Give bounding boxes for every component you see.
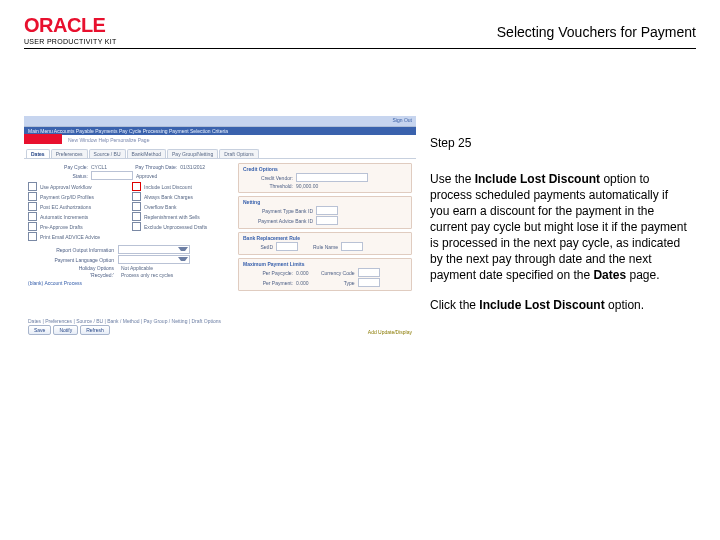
oracle-app-logo	[24, 134, 62, 144]
status-input[interactable]	[91, 171, 133, 180]
refresh-button[interactable]: Refresh	[80, 325, 110, 335]
currency-input[interactable]	[358, 268, 380, 277]
chk-auto-increments-label: Automatic Increments	[40, 214, 88, 220]
netting-bank2-label: Payment Advice Bank ID	[243, 218, 316, 224]
brand-name: ORACLE	[24, 14, 117, 37]
limits-title: Maximum Payment Limits	[243, 261, 407, 267]
tab-dates[interactable]: Dates	[26, 149, 50, 158]
tab-bank-method[interactable]: Bank/Method	[127, 149, 166, 158]
rulename-label: Rule Name	[298, 244, 341, 250]
chk-approval-workflow[interactable]	[28, 182, 37, 191]
brand-subtitle: USER PRODUCTIVITY KIT	[24, 38, 117, 46]
context-links[interactable]: New Window Help Personalize Page	[64, 135, 416, 145]
credit-vendor-input[interactable]	[296, 173, 368, 182]
chk-include-lost-discount-label: Include Lost Discount	[144, 184, 192, 190]
type-input[interactable]	[358, 278, 380, 287]
per-paycycle-label: Per Paycycle:	[243, 270, 296, 276]
tab-preferences[interactable]: Preferences	[51, 149, 88, 158]
netting-panel: Netting Payment Type Bank ID Payment Adv…	[238, 196, 412, 229]
app-topbar: Sign Out	[24, 116, 416, 127]
tab-source-bu[interactable]: Source / BU	[89, 149, 126, 158]
chk-approval-workflow-label: Use Approval Workflow	[40, 184, 92, 190]
instruction-para-1: Use the Include Lost Discount option to …	[430, 171, 690, 283]
status-value: Approved	[133, 173, 157, 179]
chk-bank-charges[interactable]	[132, 192, 141, 201]
setid-label: SetID	[243, 244, 276, 250]
chk-replenishment-label: Replenishment with Sells	[144, 214, 200, 220]
netting-bank-label: Payment Type Bank ID	[243, 208, 316, 214]
chk-preapprove-drafts[interactable]	[28, 222, 37, 231]
netting-bank-input[interactable]	[316, 206, 338, 215]
chk-exclude-drafts[interactable]	[132, 222, 141, 231]
per-paycycle-value: 0.000	[296, 270, 309, 276]
chk-post-ec[interactable]	[28, 202, 37, 211]
bank-rule-panel: Bank Replacement Rule SetID Rule Name	[238, 232, 412, 255]
threshold-label: Threshold:	[243, 183, 296, 189]
chk-print-advice-label: Print Email ADVICE Advice	[40, 234, 100, 240]
status-label: Status:	[28, 173, 91, 179]
chk-bank-charges-label: Always Bank Charges	[144, 194, 193, 200]
tab-breadcrumb[interactable]: Dates | Preferences | Source / BU | Bank…	[28, 318, 221, 324]
chk-auto-increments[interactable]	[28, 212, 37, 221]
chk-replenishment[interactable]	[132, 212, 141, 221]
tab-draft-options[interactable]: Draft Options	[219, 149, 258, 158]
paycycle-value: CYCL1	[91, 164, 107, 170]
report-output-select[interactable]	[118, 245, 190, 254]
paythru-label: Pay Through Date:	[107, 164, 180, 170]
language-option-select[interactable]	[118, 255, 190, 264]
save-button[interactable]: Save	[28, 325, 51, 335]
signout-link[interactable]: Sign Out	[393, 117, 412, 123]
paycycle-label: Pay Cycle:	[28, 164, 91, 170]
chk-print-advice[interactable]	[28, 232, 37, 241]
brand-logo: ORACLE USER PRODUCTIVITY KIT	[24, 14, 117, 46]
limits-panel: Maximum Payment Limits Per Paycycle:0.00…	[238, 258, 412, 291]
tab-pay-group-netting[interactable]: Pay Group/Netting	[167, 149, 218, 158]
credit-options-title: Credit Options	[243, 166, 407, 172]
page-title: Selecting Vouchers for Payment	[497, 24, 696, 40]
paythru-value: 01/31/2012	[180, 164, 205, 170]
holiday-value: Not Applicable	[118, 265, 153, 271]
chk-payment-profiles-label: Payment Grp/ID Profiles	[40, 194, 94, 200]
holiday-label: Holiday Options	[28, 265, 118, 271]
chk-post-ec-label: Post EC Authorizations	[40, 204, 91, 210]
bank-rule-title: Bank Replacement Rule	[243, 235, 407, 241]
threshold-value: 90,000.00	[296, 183, 318, 189]
rulename-input[interactable]	[341, 242, 363, 251]
embedded-app-screenshot: Sign Out Main Menu Accounts Payable Paym…	[24, 116, 416, 352]
add-update-links[interactable]: Add Update/Display	[368, 329, 412, 335]
currency-label: Currency Code	[309, 270, 358, 276]
credit-options-panel: Credit Options Credit Vendor: Threshold:…	[238, 163, 412, 193]
instruction-para-2: Click the Include Lost Discount option.	[430, 297, 690, 313]
type-label: Type	[309, 280, 358, 286]
app-menubar[interactable]: Main Menu Accounts Payable Payments Pay …	[24, 127, 416, 135]
setid-input[interactable]	[276, 242, 298, 251]
recycled-value: Process only rec cycles	[118, 272, 173, 278]
chk-overflow-bank-label: Overflow Bank	[144, 204, 177, 210]
chk-preapprove-drafts-label: Pre-Approve Drafts	[40, 224, 83, 230]
recycled-label: 'Recycled:'	[28, 272, 118, 278]
notify-button[interactable]: Notify	[53, 325, 78, 335]
language-option-label: Payment Language Option	[28, 257, 118, 263]
netting-bank2-input[interactable]	[316, 216, 338, 225]
chk-exclude-drafts-label: Exclude Unprocessed Drafts	[144, 224, 207, 230]
per-payment-label: Per Payment:	[243, 280, 296, 286]
header-rule	[24, 48, 696, 49]
per-payment-value: 0.000	[296, 280, 309, 286]
netting-title: Netting	[243, 199, 407, 205]
chk-payment-profiles[interactable]	[28, 192, 37, 201]
report-output-label: Report Output Information	[28, 247, 118, 253]
credit-vendor-label: Credit Vendor:	[243, 175, 296, 181]
chk-overflow-bank[interactable]	[132, 202, 141, 211]
chk-include-lost-discount[interactable]	[132, 182, 141, 191]
step-label: Step 25	[430, 135, 690, 151]
